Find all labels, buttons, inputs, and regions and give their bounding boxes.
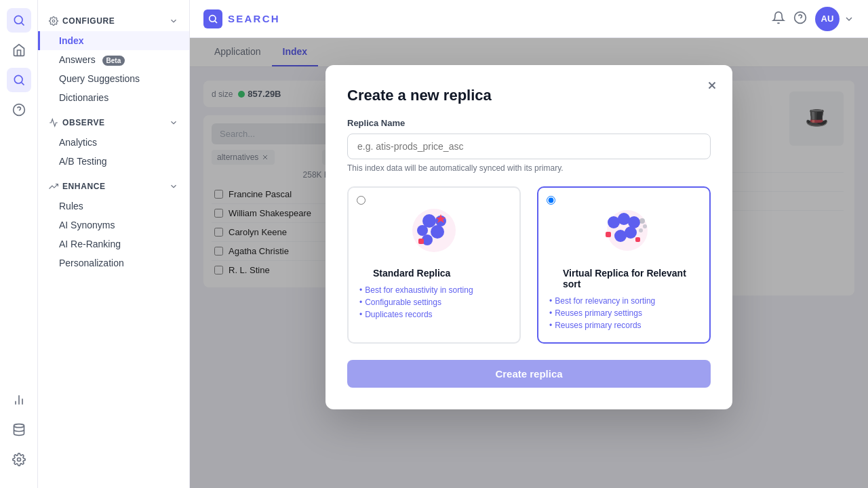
database-icon-btn[interactable]: [7, 418, 31, 442]
svg-point-36: [639, 218, 645, 224]
virtual-replica-features: Best for relevancy in sorting Reuses pri…: [549, 295, 698, 331]
sidebar-item-dictionaries[interactable]: Dictionaries: [38, 88, 189, 107]
sidebar-item-ai-reranking[interactable]: AI Re-Ranking: [38, 235, 189, 253]
beta-badge: Beta: [102, 56, 125, 66]
logo-icon-btn[interactable]: [7, 8, 31, 33]
svg-rect-34: [606, 232, 611, 237]
enhance-header[interactable]: ENHANCE: [38, 176, 189, 197]
configure-header[interactable]: CONFIGURE: [38, 11, 189, 31]
create-replica-modal: Create a new replica Replica Name This i…: [326, 65, 732, 409]
virtual-replica-title: Virtual Replica for Relevant sort: [563, 268, 698, 289]
virtual-replica-radio[interactable]: [547, 196, 555, 205]
bell-icon[interactable]: [772, 11, 785, 27]
observe-header[interactable]: OBSERVE: [38, 113, 189, 133]
svg-point-0: [14, 16, 22, 24]
svg-point-37: [643, 224, 647, 228]
app-name: SEARCH: [228, 13, 280, 24]
standard-replica-features: Best for exhaustivity in sorting Configu…: [359, 284, 509, 321]
svg-point-33: [614, 230, 627, 242]
sidebar-item-index[interactable]: Index: [38, 31, 189, 50]
virtual-replica-illustration: [549, 199, 698, 260]
svg-point-23: [417, 225, 428, 236]
virtual-feature-1: Reuses primary settings: [549, 307, 698, 319]
svg-point-11: [52, 20, 55, 22]
virtual-replica-option[interactable]: Virtual Replica for Relevant sort Best f…: [537, 186, 711, 344]
avatar: AU: [815, 7, 840, 31]
search-icon-btn[interactable]: [7, 68, 31, 92]
sidebar-item-analytics[interactable]: Analytics: [38, 133, 189, 152]
sidebar-item-personalization[interactable]: Personalization: [38, 253, 189, 272]
settings-icon-btn[interactable]: [7, 447, 31, 472]
virtual-feature-0: Best for relevancy in sorting: [549, 295, 698, 307]
app-logo: [203, 9, 222, 28]
sidebar: CONFIGURE Index Answers Beta Query Sugge…: [38, 0, 190, 488]
standard-feature-2: Duplicates records: [359, 308, 509, 321]
observe-label: OBSERVE: [62, 118, 105, 127]
icon-bar: [0, 0, 38, 488]
sidebar-item-ai-synonyms[interactable]: AI Synonyms: [38, 216, 189, 235]
svg-line-3: [21, 83, 24, 85]
sidebar-item-ab-testing[interactable]: A/B Testing: [38, 152, 189, 171]
virtual-feature-2: Reuses primary records: [549, 319, 698, 331]
svg-line-13: [215, 21, 217, 23]
svg-point-24: [431, 225, 444, 239]
standard-feature-0: Best for exhaustivity in sorting: [359, 284, 509, 296]
svg-point-12: [210, 15, 216, 21]
configure-label: CONFIGURE: [62, 16, 115, 26]
help-icon[interactable]: [793, 11, 807, 27]
chart-icon-btn[interactable]: [7, 388, 31, 412]
modal-overlay: Create a new replica Replica Name This i…: [190, 38, 868, 488]
standard-replica-option[interactable]: Standard Replica Best for exhaustivity i…: [347, 186, 521, 344]
standard-feature-1: Configurable settings: [359, 296, 509, 308]
replica-name-label: Replica Name: [347, 118, 711, 128]
enhance-label: ENHANCE: [62, 182, 106, 191]
svg-point-9: [14, 424, 24, 428]
standard-replica-title: Standard Replica: [373, 268, 509, 279]
modal-title: Create a new replica: [347, 87, 711, 104]
replica-name-input[interactable]: [347, 134, 711, 159]
standard-replica-radio[interactable]: [357, 196, 366, 205]
svg-rect-35: [635, 237, 640, 242]
svg-point-2: [14, 75, 22, 83]
modal-close-button[interactable]: [703, 76, 722, 95]
svg-point-38: [639, 228, 643, 232]
svg-rect-27: [418, 239, 424, 244]
svg-point-10: [17, 458, 20, 462]
sidebar-item-rules[interactable]: Rules: [38, 197, 189, 216]
user-menu[interactable]: AU: [815, 7, 854, 31]
chevron-down-icon: [844, 14, 854, 24]
question-icon-btn[interactable]: [7, 98, 31, 122]
sidebar-item-answers[interactable]: Answers Beta: [38, 50, 189, 69]
svg-line-1: [21, 23, 24, 26]
create-replica-button[interactable]: Create replica: [347, 360, 711, 388]
observe-section: OBSERVE Analytics A/B Testing: [38, 113, 189, 171]
modal-hint: This index data will be automatically sy…: [347, 163, 711, 173]
home-icon-btn[interactable]: [7, 38, 31, 62]
top-bar: SEARCH AU: [190, 0, 868, 38]
sidebar-item-query-suggestions[interactable]: Query Suggestions: [38, 69, 189, 88]
enhance-section: ENHANCE Rules AI Synonyms AI Re-Ranking …: [38, 176, 189, 272]
replica-options: Standard Replica Best for exhaustivity i…: [347, 186, 711, 344]
standard-replica-illustration: [359, 199, 509, 260]
configure-section: CONFIGURE Index Answers Beta Query Sugge…: [38, 11, 189, 107]
